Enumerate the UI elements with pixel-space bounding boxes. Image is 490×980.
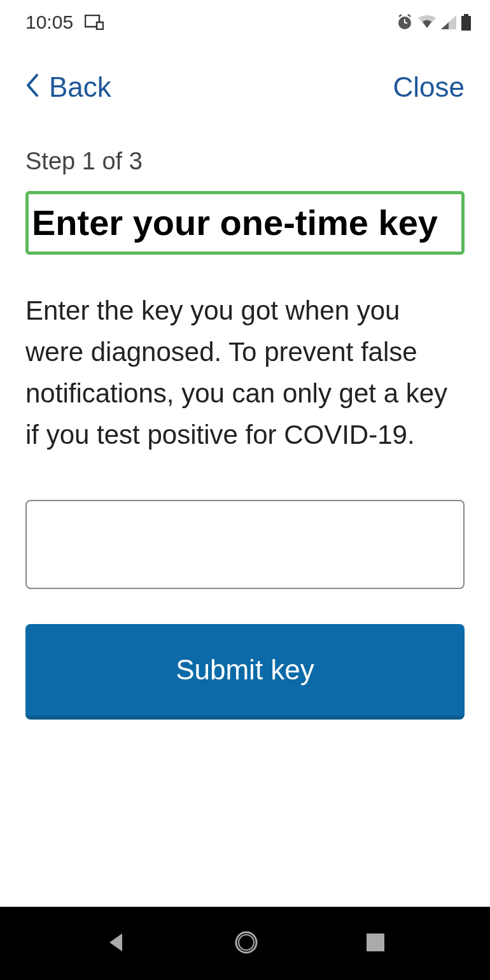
battery-icon [461,14,471,31]
main-content: Step 1 of 3 Enter your one-time key Ente… [0,129,490,739]
android-home-icon[interactable] [234,930,259,958]
back-label: Back [49,71,111,103]
heading-highlight: Enter your one-time key [25,191,465,255]
wifi-icon [418,15,436,29]
instruction-text: Enter the key you got when you were diag… [25,290,465,455]
android-nav-bar [0,907,490,980]
svg-line-5 [399,15,402,17]
svg-line-6 [408,15,410,17]
signal-icon [441,15,456,29]
svg-rect-1 [97,22,103,29]
step-indicator: Step 1 of 3 [25,148,465,175]
close-button[interactable]: Close [393,71,465,103]
android-recent-icon[interactable] [365,932,386,955]
svg-rect-11 [367,934,384,951]
back-button[interactable]: Back [25,71,111,103]
chevron-left-icon [25,71,39,103]
cast-icon [85,15,104,30]
close-label: Close [393,71,465,103]
android-back-icon[interactable] [104,931,127,956]
svg-point-10 [239,935,254,950]
alarm-icon [396,14,413,31]
status-bar: 10:05 [0,0,490,39]
svg-rect-7 [464,14,468,16]
key-input[interactable] [25,500,465,589]
status-time: 10:05 [25,11,73,33]
svg-rect-8 [461,16,471,31]
page-heading: Enter your one-time key [32,201,458,245]
submit-button[interactable]: Submit key [25,624,465,720]
nav-bar: Back Close [0,39,490,129]
